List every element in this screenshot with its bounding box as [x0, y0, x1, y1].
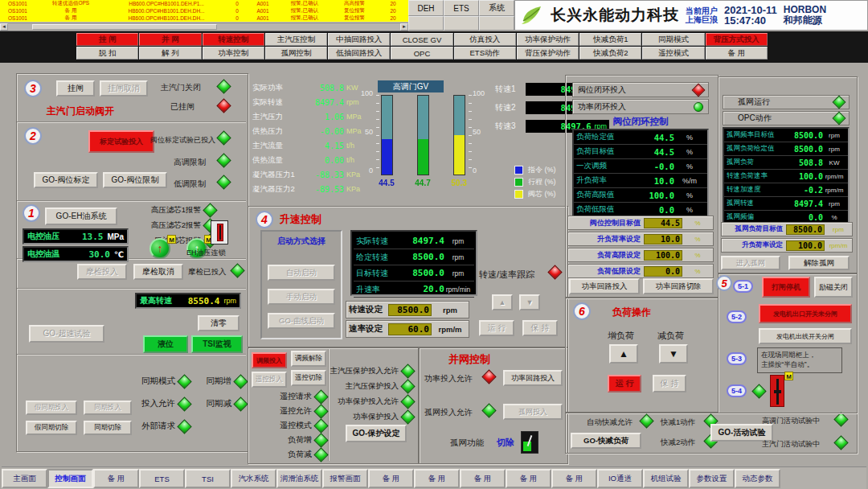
exit-island-button[interactable]: 解除孤网 — [788, 256, 850, 270]
latch-button[interactable]: 挂闸 — [56, 80, 95, 97]
gen-breaker-open-button[interactable]: 发电机出线开关分闸 — [759, 328, 852, 344]
scrollbar-thumb[interactable] — [32, 24, 217, 30]
nav-tab[interactable]: 备 用 — [414, 469, 460, 488]
menu-button[interactable]: 主汽压控制 — [265, 33, 327, 46]
top-tab[interactable]: DEH — [408, 0, 444, 16]
menu-button[interactable]: 孤网控制 — [265, 47, 327, 60]
nav-tab[interactable]: 参数设置 — [689, 469, 735, 488]
menu-button[interactable]: 功率保护动作 — [517, 33, 579, 46]
menu-button[interactable]: 转速控制 — [203, 33, 264, 46]
menu-button[interactable]: 并 网 — [139, 33, 201, 46]
setpoint-input[interactable]: 0.0 — [644, 266, 682, 277]
alarm-scrollbar[interactable]: ◄ ► — [0, 23, 408, 31]
setpoint-input[interactable]: 60.0 — [388, 323, 432, 335]
nav-tab[interactable]: 主画面 — [2, 469, 47, 488]
menu-button[interactable]: 脱 扣 — [76, 47, 138, 60]
menu-button[interactable]: CLOSE GV — [391, 33, 452, 46]
load-hold-button[interactable]: 保 持 — [653, 375, 686, 392]
menu-button[interactable]: 快减负荷2 — [579, 47, 641, 60]
nav-tab[interactable]: 机组试验 — [643, 469, 689, 488]
go-valve-calibration-button[interactable]: GO-阀位标定 — [34, 172, 98, 188]
power-loop-on-button[interactable]: 功率回路投入 — [503, 370, 563, 386]
load-decrease-button[interactable]: ▼ — [659, 344, 688, 364]
menu-button[interactable]: 功率控制 — [203, 47, 264, 60]
start-mode-button[interactable]: 手动启动 — [268, 289, 335, 305]
island-on-button[interactable]: 孤网投入 — [503, 404, 563, 420]
scroll-left-icon[interactable]: ◄ — [0, 23, 8, 31]
clear-button[interactable]: 清零 — [198, 315, 240, 331]
nav-tab[interactable]: IO通道 — [597, 469, 643, 488]
hold-button[interactable]: 保 持 — [522, 320, 558, 336]
remote-off-button[interactable]: 遥控切除 — [291, 370, 326, 386]
scroll-right-icon[interactable]: ► — [400, 23, 408, 31]
friction-check-on-button[interactable]: 摩检投入 — [77, 264, 127, 280]
nav-tab[interactable]: TSI — [185, 469, 231, 488]
menu-button[interactable]: 低抽回路投入 — [328, 47, 390, 60]
load-increase-button[interactable]: ▲ — [609, 344, 638, 364]
menu-button[interactable]: 同期模式 — [642, 33, 704, 46]
go-quick-reduce-button[interactable]: GO-快减负荷 — [571, 433, 641, 449]
nav-tab[interactable]: 备 用 — [368, 469, 414, 488]
setpoint-input[interactable]: 8500.0 — [388, 304, 432, 316]
nav-tab[interactable]: 报警画面 — [322, 469, 368, 488]
menu-button[interactable]: 背压方式投入 — [706, 33, 768, 46]
nav-tab[interactable]: 汽水系统 — [231, 469, 276, 488]
setpoint-input[interactable]: 44.5 — [644, 218, 682, 228]
alarm-row[interactable]: OS1001备 用HB600.OPC#HB1001.DEH.DH...0A001… — [0, 14, 408, 22]
run-button[interactable]: 运 行 — [479, 320, 514, 336]
freq-reg-on-button[interactable]: 调频投入 — [252, 352, 287, 368]
eh-interlock-switch-icon[interactable] — [211, 220, 228, 244]
setpoint-input[interactable]: 100.0 — [644, 250, 682, 261]
menu-button[interactable]: 中抽回路投入 — [328, 33, 390, 46]
enter-island-button[interactable]: 进入孤网 — [721, 256, 780, 270]
field-switch-icon[interactable] — [770, 375, 784, 407]
nav-tab[interactable]: 动态参数 — [735, 469, 780, 488]
friction-check-off-button[interactable]: 摩检取消 — [133, 264, 183, 280]
load-run-button[interactable]: 运 行 — [608, 375, 641, 392]
go-valve-limit-button[interactable]: GO-阀位限制 — [103, 172, 167, 188]
alarm-row[interactable]: OS1001转速优选值OPSHB600.OPC#HB1001.DEH.P1...… — [0, 0, 408, 7]
freq-reg-off-button[interactable]: 调频解除 — [291, 351, 326, 367]
sync-button[interactable]: 假同期切除 — [26, 421, 77, 435]
excitation-off-button[interactable]: 励磁关闭 — [814, 277, 853, 298]
menu-button[interactable]: 快减负荷1 — [579, 33, 641, 46]
speed-up-arrow-button[interactable]: ▲ — [492, 294, 513, 310]
nav-tab[interactable]: 备 用 — [506, 469, 551, 488]
setpoint-input[interactable]: 100.0 — [786, 240, 825, 251]
nav-tab[interactable]: ETS — [139, 469, 185, 488]
latch-cancel-button[interactable]: 挂闸取消 — [100, 80, 148, 97]
remote-ind: 负荷增 — [254, 433, 326, 447]
setpoint-input[interactable]: 8500.0 — [786, 224, 825, 235]
remote-on-button[interactable]: 遥控投入 — [252, 372, 287, 388]
menu-button[interactable]: 备 用 — [706, 47, 768, 60]
go-overspeed-test-button[interactable]: GO-超速试验 — [29, 325, 104, 343]
nav-tab[interactable]: 备 用 — [93, 469, 139, 488]
start-mode-button[interactable]: 自动启动 — [268, 265, 335, 281]
tsi-monitor-button[interactable]: TSI监视 — [191, 335, 243, 353]
menu-button[interactable]: 挂 闸 — [76, 33, 138, 46]
nav-tab[interactable]: 润滑油系统 — [276, 469, 322, 488]
menu-button[interactable]: 遥控模式 — [642, 47, 704, 60]
level-button[interactable]: 液位 — [143, 335, 188, 353]
top-tab[interactable]: 系统 — [479, 0, 514, 16]
menu-button[interactable]: 仿真投入 — [454, 33, 516, 46]
menu-button[interactable]: 解 列 — [139, 47, 201, 60]
sync-button[interactable]: 假同期投入 — [26, 401, 77, 415]
go-eh-oil-button[interactable]: GO-EH油系统 — [45, 208, 117, 225]
nav-tab[interactable]: 控制画面 — [47, 469, 93, 488]
island-function-switch-icon[interactable] — [521, 431, 538, 454]
nav-tab[interactable]: 备 用 — [551, 469, 597, 488]
alarm-row[interactable]: OS1001备 用HB600.OPC#HB1001.DEH.DH...0A001… — [0, 7, 408, 14]
go-protect-setting-button[interactable]: GO-保护设定 — [346, 425, 407, 442]
nav-tab[interactable]: 备 用 — [460, 469, 506, 488]
power-loop-insert-button[interactable]: 功率回路投入 — [569, 278, 640, 294]
trip-shutdown-button[interactable]: 打闸停机 — [762, 277, 810, 298]
menu-button[interactable]: OPC — [391, 47, 452, 60]
menu-button[interactable]: 背压保护动作 — [517, 47, 579, 60]
start-mode-button[interactable]: GO-曲线启动 — [268, 313, 335, 329]
power-loop-remove-button[interactable]: 功率回路切除 — [643, 278, 714, 294]
speed-down-arrow-button[interactable]: ▼ — [519, 294, 540, 310]
setpoint-input[interactable]: 10.0 — [644, 234, 682, 244]
top-tab[interactable]: ETS — [444, 0, 479, 16]
menu-button[interactable]: ETS动作 — [454, 47, 516, 60]
